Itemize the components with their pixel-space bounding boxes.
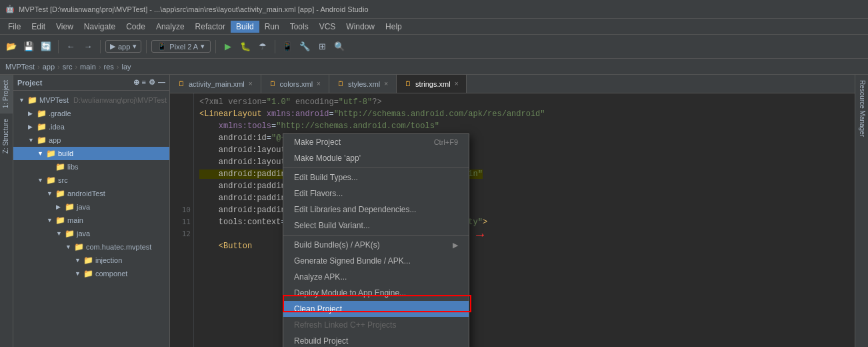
tab-styles[interactable]: 🗒 styles.xml ×: [329, 75, 397, 93]
tree-componet[interactable]: ▼ 📁 componet: [13, 267, 169, 280]
sdk-btn[interactable]: 🔧: [297, 39, 312, 54]
menu-refactor[interactable]: Refactor: [190, 21, 231, 33]
menu-navigate[interactable]: Navigate: [79, 21, 121, 33]
toolbar-save-btn[interactable]: 💾: [21, 39, 36, 54]
breadcrumb-sep3: ›: [75, 63, 77, 71]
rebuild-project-item[interactable]: Rebuild Project: [283, 333, 469, 347]
menu-tools[interactable]: Tools: [285, 21, 314, 33]
project-tree: ▼ 📁 MVPTest D:\wulianwang\proj\MVPTest ▶…: [13, 91, 169, 347]
toolbar-forward-btn[interactable]: →: [81, 39, 95, 54]
menu-vcs[interactable]: VCS: [314, 21, 341, 33]
generate-signed-item[interactable]: Generate Signed Bundle / APK...: [283, 253, 469, 269]
xml-icon: 🗒: [178, 80, 185, 87]
code-editor[interactable]: 10 11 12 <?xml version="1.0" encoding="u…: [170, 93, 855, 347]
tab-close[interactable]: ×: [249, 80, 253, 87]
tree-mvptest[interactable]: ▼ 📁 MVPTest D:\wulianwang\proj\MVPTest: [13, 93, 169, 107]
resource-manager-tab[interactable]: Resource Manager: [855, 75, 868, 142]
tree-app[interactable]: ▼ 📁 app: [13, 133, 169, 147]
coverage-btn[interactable]: ☂: [255, 39, 270, 54]
tab-close[interactable]: ×: [455, 80, 459, 87]
device-selector[interactable]: 📱 Pixel 2 A ▾: [151, 40, 211, 53]
title-bar: 🤖 MVPTest [D:\wulianwang\proj\MVPTest] -…: [0, 0, 868, 19]
tree-gradle[interactable]: ▶ 📁 .gradle: [13, 107, 169, 120]
select-build-variant-item[interactable]: Select Build Variant...: [283, 218, 469, 234]
debug-btn[interactable]: 🐛: [238, 39, 253, 54]
breadcrumb-res[interactable]: res: [104, 63, 114, 71]
tree-label: java: [77, 230, 90, 238]
tab-close[interactable]: ×: [384, 80, 388, 87]
edit-libraries-item[interactable]: Edit Libraries and Dependencies...: [283, 202, 469, 218]
folder-icon: 📁: [83, 269, 93, 278]
breadcrumb-app[interactable]: app: [43, 63, 55, 71]
menu-window[interactable]: Window: [341, 21, 380, 33]
breadcrumb-sep2: ›: [57, 63, 60, 71]
menu-build[interactable]: Build: [231, 21, 259, 33]
toolbar-open-btn[interactable]: 📂: [4, 39, 19, 54]
menu-analyze[interactable]: Analyze: [151, 21, 190, 33]
folder-icon: 📁: [37, 109, 47, 118]
settings-icon[interactable]: ⚙: [149, 78, 155, 87]
tab-colors[interactable]: 🗒 colors.xml ×: [261, 75, 329, 93]
menu-view[interactable]: View: [51, 21, 79, 33]
tree-androidtest[interactable]: ▼ 📁 androidTest: [13, 187, 169, 200]
analyze-apk-item[interactable]: Analyze APK...: [283, 269, 469, 285]
make-project-item[interactable]: Make Project Ctrl+F9: [283, 134, 469, 150]
structure-tab[interactable]: Z: Structure: [0, 113, 13, 159]
toolbar-sep2: [100, 40, 101, 53]
tree-main-java[interactable]: ▼ 📁 java: [13, 227, 169, 240]
toolbar-sep5: [275, 40, 275, 53]
menu-edit[interactable]: Edit: [26, 21, 51, 33]
tree-build[interactable]: ▼ 📁 build: [13, 147, 169, 160]
tree-label: injection: [95, 256, 122, 264]
folder-icon: 📁: [27, 95, 37, 105]
line-num: [170, 180, 191, 192]
tree-arrow: ▼: [37, 177, 44, 184]
menu-run[interactable]: Run: [259, 21, 285, 33]
clean-project-item[interactable]: Clean Project: [283, 301, 469, 317]
tree-arrow: ▼: [37, 150, 44, 157]
tree-label: .idea: [49, 123, 65, 131]
tree-injection[interactable]: ▼ 📁 injection: [13, 254, 169, 267]
edit-flavors-item[interactable]: Edit Flavors...: [283, 186, 469, 202]
tree-androidtest-java[interactable]: ▶ 📁 java: [13, 200, 169, 214]
tree-arrow: ▼: [19, 97, 25, 103]
project-tab[interactable]: 1: Project: [0, 75, 13, 113]
tree-main[interactable]: ▼ 📁 main: [13, 214, 169, 227]
breadcrumb-mvptest[interactable]: MVPTest: [5, 63, 35, 71]
tree-package[interactable]: ▼ 📁 com.huatec.mvptest: [13, 240, 169, 254]
tree-libs[interactable]: 📁 libs: [13, 160, 169, 174]
menu-code[interactable]: Code: [121, 21, 151, 33]
search-everywhere-btn[interactable]: 🔍: [332, 39, 347, 54]
toolbar-sync-btn[interactable]: 🔄: [39, 39, 53, 54]
locate-icon[interactable]: ⊕: [133, 78, 139, 87]
breadcrumb-src[interactable]: src: [63, 63, 73, 71]
panel-header: Project ⊕ ≡ ⚙ —: [13, 75, 169, 91]
tab-strings[interactable]: 🗒 strings.xml ×: [397, 75, 467, 93]
menu-file[interactable]: File: [3, 21, 26, 33]
structure-btn[interactable]: ⊞: [315, 39, 329, 54]
tab-close[interactable]: ×: [317, 80, 321, 87]
tree-idea[interactable]: ▶ 📁 .idea: [13, 120, 169, 133]
tab-activity-main[interactable]: 🗒 activity_main.xml ×: [170, 75, 261, 93]
breadcrumb-main[interactable]: main: [80, 63, 96, 71]
toolbar-back-btn[interactable]: ←: [63, 39, 78, 54]
menu-help[interactable]: Help: [380, 21, 407, 33]
right-tab-bar: Resource Manager: [855, 75, 868, 347]
line-num: 12: [170, 228, 191, 240]
avd-btn[interactable]: 📱: [280, 39, 295, 54]
title-text: MVPTest [D:\wulianwang\proj\MVPTest] - .…: [19, 5, 369, 13]
collapse-icon[interactable]: ≡: [142, 78, 146, 87]
tab-label: colors.xml: [280, 80, 313, 88]
close-panel-icon[interactable]: —: [158, 78, 165, 87]
deploy-module-item[interactable]: Deploy Module to App Engine...: [283, 285, 469, 301]
build-bundle-item[interactable]: Build Bundle(s) / APK(s) ▶: [283, 237, 469, 253]
breadcrumb-lay[interactable]: lay: [122, 63, 131, 71]
breadcrumb-label: app: [43, 63, 55, 71]
tree-src[interactable]: ▼ 📁 src: [13, 174, 169, 187]
breadcrumb-sep1: ›: [37, 63, 40, 71]
make-module-item[interactable]: Make Module 'app': [283, 150, 469, 166]
app-selector[interactable]: ▶ app ▾: [105, 40, 141, 53]
app-selector-arrow: ▾: [133, 42, 137, 51]
run-btn[interactable]: ▶: [221, 39, 235, 54]
edit-build-types-item[interactable]: Edit Build Types...: [283, 169, 469, 186]
